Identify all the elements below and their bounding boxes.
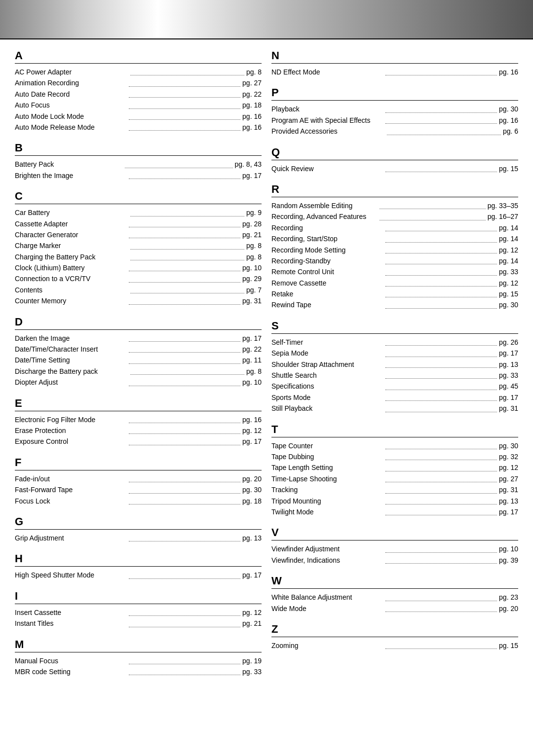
entry-page: pg. 15 — [499, 163, 518, 174]
entry-dots — [129, 416, 241, 423]
entry-name: Specifications — [271, 381, 383, 392]
entry-page: pg. 17 — [242, 170, 262, 181]
section-header-s: S — [271, 320, 518, 334]
entry-dots — [129, 498, 241, 504]
section-header-f: F — [15, 456, 262, 470]
entry-page: pg. 13 — [242, 533, 262, 543]
entry-page: pg. 13 — [499, 359, 518, 370]
entry-page: pg. 33 — [499, 370, 518, 381]
list-item: Wide Modepg. 20 — [271, 603, 518, 614]
index-section-p: PPlaybackpg. 30Program AE with Special E… — [271, 86, 518, 137]
entry-page: pg. 15 — [499, 288, 518, 299]
entry-name: Remote Control Unit — [271, 266, 383, 277]
list-item: Program AE with Special Effectspg. 16 — [271, 115, 518, 126]
page: AAC Power Adapterpg. 8Animation Recordin… — [0, 0, 533, 756]
list-item: Recording, Advanced Featurespg. 16–27 — [271, 211, 518, 222]
entry-page: pg. 12 — [242, 425, 262, 436]
section-header-i: I — [15, 590, 262, 604]
entry-dots — [129, 335, 241, 342]
entry-dots — [385, 594, 497, 601]
list-item: Time-Lapse Shootingpg. 27 — [271, 473, 518, 484]
list-item: Insert Cassettepg. 12 — [15, 607, 262, 618]
section-header-c: C — [15, 190, 262, 204]
list-item: Battery Packpg. 8, 43 — [15, 159, 262, 170]
entry-name: Tracking — [271, 484, 383, 495]
entry-dots — [129, 102, 241, 109]
entry-name: Program AE with Special Effects — [271, 115, 383, 126]
section-header-t: T — [271, 423, 518, 437]
list-item: Random Assemble Editingpg. 33–35 — [271, 200, 518, 211]
list-item: Character Generatorpg. 21 — [15, 229, 262, 240]
entry-page: pg. 15 — [499, 640, 518, 651]
entry-dots — [129, 487, 241, 494]
entry-page: pg. 14 — [499, 222, 518, 233]
entry-page: pg. 16 — [499, 115, 518, 126]
entry-page: pg. 12 — [499, 278, 518, 288]
entry-dots — [385, 383, 497, 390]
entry-name: Date/Time Setting — [15, 355, 127, 365]
entry-page: pg. 17 — [499, 392, 518, 403]
entry-dots — [130, 253, 244, 260]
list-item: Grip Adjustmentpg. 13 — [15, 533, 262, 543]
list-item: Twilight Modepg. 17 — [271, 506, 518, 517]
entry-name: Cassette Adapter — [15, 218, 127, 229]
entry-page: pg. 7 — [246, 285, 262, 295]
list-item: Electronic Fog Filter Modepg. 16 — [15, 414, 262, 425]
entry-name: Contents — [15, 285, 128, 295]
entry-dots — [385, 487, 497, 494]
list-item: Darken the Imagepg. 17 — [15, 333, 262, 344]
entry-dots — [129, 124, 241, 131]
list-item: Auto Date Recordpg. 22 — [15, 89, 262, 100]
list-item: Playbackpg. 30 — [271, 104, 518, 114]
list-item: Clock (Lithium) Batterypg. 10 — [15, 262, 262, 273]
entry-page: pg. 21 — [242, 229, 262, 240]
list-item: Quick Reviewpg. 15 — [271, 163, 518, 174]
entry-dots — [385, 236, 497, 243]
entry-page: pg. 8 — [246, 67, 262, 77]
entry-dots — [129, 231, 241, 238]
entry-name: AC Power Adapter — [15, 67, 128, 77]
list-item: Auto Focuspg. 18 — [15, 100, 262, 110]
entry-dots — [385, 302, 497, 309]
header-left — [0, 0, 158, 38]
entry-name: Recording Mode Setting — [271, 245, 383, 255]
list-item: Animation Recordingpg. 27 — [15, 77, 262, 88]
entry-name: Connection to a VCR/TV — [15, 273, 127, 284]
entry-dots — [385, 508, 497, 515]
entry-dots — [385, 350, 497, 357]
section-header-a: A — [15, 49, 262, 64]
entry-name: Grip Adjustment — [15, 533, 127, 543]
entry-page: pg. 18 — [242, 100, 262, 110]
entry-dots — [385, 224, 497, 231]
entry-dots — [385, 339, 497, 346]
entry-name: Charging the Battery Pack — [15, 252, 128, 262]
entry-name: Still Playback — [271, 403, 383, 414]
entry-dots — [130, 368, 244, 375]
list-item: Self-Timerpg. 26 — [271, 337, 518, 348]
list-item: Still Playbackpg. 31 — [271, 403, 518, 414]
section-header-d: D — [15, 316, 262, 330]
entry-page: pg. 39 — [499, 555, 518, 566]
list-item: ND Effect Modepg. 16 — [271, 67, 518, 77]
entry-dots — [129, 657, 241, 664]
entry-name: Recording-Standby — [271, 255, 383, 266]
entry-name: Random Assemble Editing — [271, 200, 378, 211]
index-section-m: MManual Focuspg. 19MBR code Settingpg. 3… — [15, 638, 262, 678]
index-section-s: SSelf-Timerpg. 26Sepia Modepg. 17Shoulde… — [271, 320, 518, 414]
entry-page: pg. 18 — [242, 496, 262, 506]
entry-dots — [385, 372, 497, 379]
index-section-b: BBattery Packpg. 8, 43Brighten the Image… — [15, 142, 262, 181]
list-item: Counter Memorypg. 31 — [15, 295, 262, 306]
entry-page: pg. 26 — [499, 337, 518, 348]
entry-dots — [385, 498, 497, 504]
entry-page: pg. 17 — [499, 506, 518, 517]
entry-name: Darken the Image — [15, 333, 127, 344]
list-item: Auto Mode Release Modepg. 16 — [15, 122, 262, 133]
entry-page: pg. 10 — [242, 262, 262, 273]
entry-page: pg. 45 — [499, 381, 518, 392]
list-item: Contentspg. 7 — [15, 285, 262, 295]
entry-dots — [380, 214, 486, 220]
entry-dots — [129, 113, 241, 120]
entry-name: Fade-in/out — [15, 473, 127, 484]
list-item: Tape Length Settingpg. 12 — [271, 462, 518, 473]
